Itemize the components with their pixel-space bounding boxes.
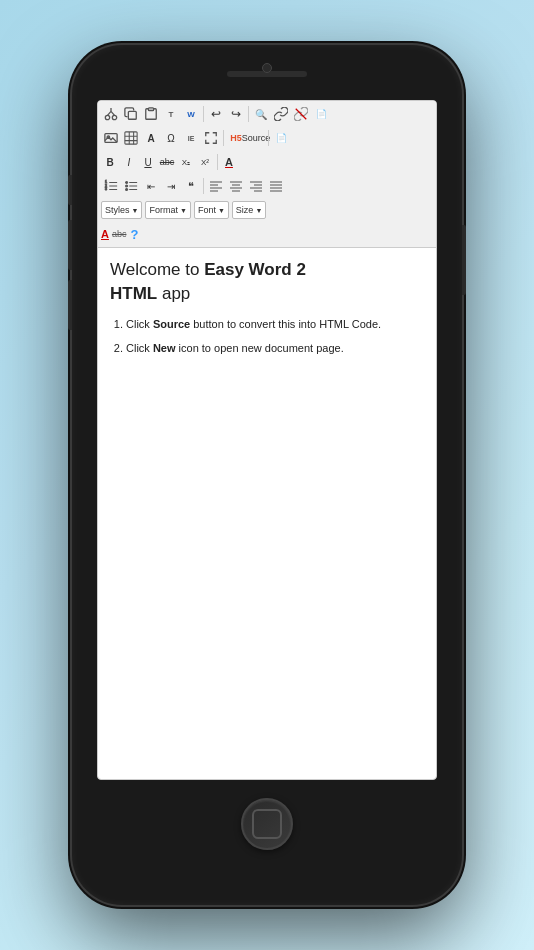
iframe-button[interactable]: IE <box>181 128 201 148</box>
size-dropdown[interactable]: Size ▼ <box>232 201 266 219</box>
align-justify-button[interactable] <box>266 176 286 196</box>
toolbar-separator-6 <box>203 178 204 194</box>
svg-line-3 <box>111 111 115 115</box>
font-label: Font <box>198 205 216 215</box>
blockquote-button[interactable]: ❝ <box>181 176 201 196</box>
format-label: Format <box>149 205 178 215</box>
toolbar-row-5: Styles ▼ Format ▼ Font ▼ Size ▼ <box>101 199 433 221</box>
help-button[interactable]: ? <box>130 227 138 242</box>
highlight-button[interactable]: abc <box>112 229 127 239</box>
home-button-inner <box>252 809 282 839</box>
phone-screen: T W ↩ ↪ 🔍 <box>97 100 437 780</box>
superscript-button[interactable]: X² <box>196 153 214 171</box>
instructions-list: Click Source button to convert this into… <box>126 316 424 357</box>
underline-button[interactable]: U <box>139 153 157 171</box>
toolbar-separator <box>203 106 204 122</box>
paste-button[interactable] <box>141 104 161 124</box>
styles-dropdown[interactable]: Styles ▼ <box>101 201 142 219</box>
copy-button[interactable] <box>121 104 141 124</box>
editor-content[interactable]: Welcome to Easy Word 2 HTML app Click So… <box>98 248 436 779</box>
editor-heading: Welcome to Easy Word 2 HTML app <box>110 258 424 306</box>
new-bold: New <box>153 342 176 354</box>
source-label: Source <box>242 133 271 143</box>
font-size-button[interactable]: A <box>141 128 161 148</box>
heading-text-before: Welcome to <box>110 260 204 279</box>
format-arrow: ▼ <box>180 207 187 214</box>
side-button-mute <box>68 175 72 205</box>
table-button[interactable] <box>121 128 141 148</box>
strikethrough-button[interactable]: abc <box>158 153 176 171</box>
svg-line-7 <box>296 109 307 120</box>
svg-line-2 <box>108 111 112 115</box>
toolbar-row-1: T W ↩ ↪ 🔍 <box>101 103 433 125</box>
phone-frame: T W ↩ ↪ 🔍 <box>72 45 462 905</box>
indent-button[interactable]: ⇥ <box>161 176 181 196</box>
side-button-power <box>462 225 466 295</box>
special-chars-button[interactable]: Ω <box>161 128 181 148</box>
svg-point-25 <box>126 185 128 187</box>
styles-arrow: ▼ <box>132 207 139 214</box>
align-center-button[interactable] <box>226 176 246 196</box>
instruction-2: Click New icon to open new document page… <box>126 340 424 357</box>
size-arrow: ▼ <box>255 207 262 214</box>
heading-bold: Easy Word 2 <box>204 260 306 279</box>
format-dropdown[interactable]: Format ▼ <box>145 201 190 219</box>
image-button[interactable] <box>101 128 121 148</box>
new-document-button[interactable]: 📄 <box>311 104 331 124</box>
heading-html-bold: HTML <box>110 284 157 303</box>
toolbar-separator-4 <box>268 130 269 146</box>
align-left-button[interactable] <box>206 176 226 196</box>
source-button[interactable]: Source <box>246 128 266 148</box>
toolbar-separator-5 <box>217 154 218 170</box>
home-button[interactable] <box>241 798 293 850</box>
outdent-button[interactable]: ⇤ <box>141 176 161 196</box>
bold-button[interactable]: B <box>101 153 119 171</box>
font-arrow: ▼ <box>218 207 225 214</box>
svg-rect-5 <box>128 111 136 119</box>
instruction-1: Click Source button to convert this into… <box>126 316 424 333</box>
toolbar-separator-3 <box>223 130 224 146</box>
paste-word-button[interactable]: W <box>181 104 201 124</box>
toolbar-row-2: A Ω IE H5 Source 📄 <box>101 127 433 149</box>
text-color-button[interactable]: A <box>101 228 109 240</box>
new-page-button[interactable]: 📄 <box>271 128 291 148</box>
styles-label: Styles <box>105 205 130 215</box>
svg-point-1 <box>112 115 116 119</box>
toolbar-row-6: A abc ? <box>101 223 433 245</box>
link-button[interactable] <box>271 104 291 124</box>
svg-point-24 <box>126 181 128 183</box>
source-bold: Source <box>153 318 190 330</box>
toolbar-row-3: B I U abc X₂ X² A <box>101 151 433 173</box>
svg-rect-6 <box>148 108 153 111</box>
subscript-button[interactable]: X₂ <box>177 153 195 171</box>
italic-button[interactable]: I <box>120 153 138 171</box>
font-color-button[interactable]: A <box>220 153 238 171</box>
svg-point-26 <box>126 188 128 190</box>
heading-text-end: app <box>157 284 190 303</box>
side-button-vol-up <box>68 220 72 270</box>
phone-camera <box>262 63 272 73</box>
cut-button[interactable] <box>101 104 121 124</box>
find-button[interactable]: 🔍 <box>251 104 271 124</box>
editor-toolbar: T W ↩ ↪ 🔍 <box>98 101 436 248</box>
toolbar-separator-2 <box>248 106 249 122</box>
svg-text:3: 3 <box>105 187 107 191</box>
font-dropdown[interactable]: Font ▼ <box>194 201 229 219</box>
size-label: Size <box>236 205 254 215</box>
unordered-list-button[interactable] <box>121 176 141 196</box>
undo-button[interactable]: ↩ <box>206 104 226 124</box>
paste-text-button[interactable]: T <box>161 104 181 124</box>
svg-rect-10 <box>125 132 137 144</box>
unlink-button[interactable] <box>291 104 311 124</box>
maximize-button[interactable] <box>201 128 221 148</box>
align-right-button[interactable] <box>246 176 266 196</box>
redo-button[interactable]: ↪ <box>226 104 246 124</box>
side-button-vol-down <box>68 280 72 330</box>
toolbar-row-4: 1 2 3 ⇤ ⇥ ❝ <box>101 175 433 197</box>
svg-point-0 <box>105 115 109 119</box>
ordered-list-button[interactable]: 1 2 3 <box>101 176 121 196</box>
